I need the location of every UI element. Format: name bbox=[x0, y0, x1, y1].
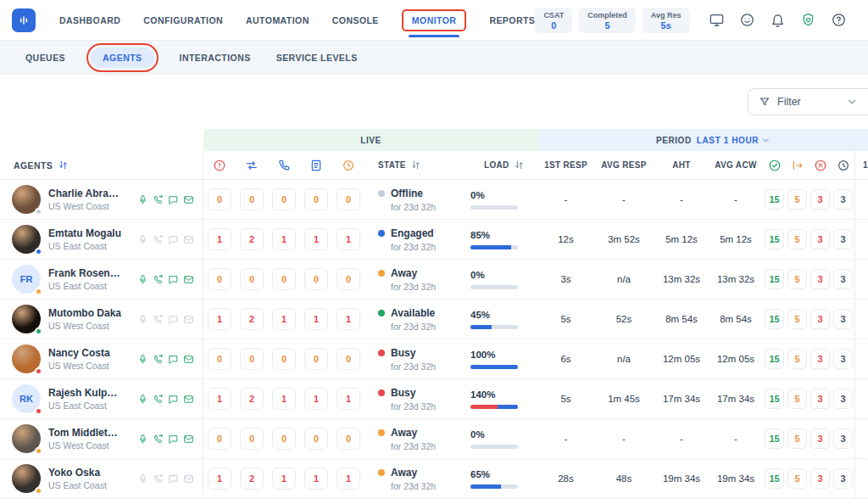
live-count[interactable]: 1 bbox=[337, 468, 360, 490]
nav-item-monitor[interactable]: MONITOR bbox=[402, 9, 467, 31]
sort-icon[interactable] bbox=[410, 160, 421, 171]
agent-row[interactable]: RK Rajesh Kulp… US East Coast 12111 Busy… bbox=[0, 379, 868, 419]
kpi-count[interactable]: 3 bbox=[810, 349, 830, 369]
handoff-column-icon[interactable] bbox=[791, 159, 804, 172]
time-column-icon[interactable] bbox=[837, 159, 850, 172]
call-transfer-icon[interactable] bbox=[153, 194, 164, 205]
agent-row[interactable]: Charlie Abraham US West Coast 00000 Offl… bbox=[0, 180, 868, 220]
tab-agents[interactable]: AGENTS bbox=[91, 48, 153, 68]
kpi-count[interactable]: 5 bbox=[787, 389, 807, 409]
kpi-count[interactable]: 15 bbox=[765, 189, 784, 210]
live-count[interactable]: 1 bbox=[304, 228, 328, 250]
kpi-count[interactable]: 3 bbox=[833, 349, 853, 369]
tab-service-levels[interactable]: SERVICE LEVELS bbox=[276, 53, 358, 63]
live-count[interactable]: 0 bbox=[208, 428, 231, 450]
tab-queues[interactable]: QUEUES bbox=[25, 53, 65, 63]
chat-icon[interactable] bbox=[168, 314, 179, 325]
live-count[interactable]: 2 bbox=[240, 308, 264, 330]
kpi-count[interactable]: 3 bbox=[833, 189, 853, 210]
agent-row[interactable]: Yoko Oska US East Coast 12111 Away for 2… bbox=[0, 459, 868, 499]
kpi-count[interactable]: 3 bbox=[810, 229, 830, 249]
chat-icon[interactable] bbox=[168, 274, 179, 285]
mail-icon[interactable] bbox=[183, 473, 194, 484]
mic-icon[interactable] bbox=[137, 434, 148, 445]
live-count[interactable]: 1 bbox=[272, 388, 296, 410]
call-transfer-icon[interactable] bbox=[153, 234, 164, 245]
missed-column-icon[interactable] bbox=[814, 159, 827, 172]
live-count[interactable]: 1 bbox=[272, 468, 296, 490]
live-count[interactable]: 0 bbox=[337, 428, 360, 450]
live-count[interactable]: 1 bbox=[304, 468, 328, 490]
kpi-count[interactable]: 5 bbox=[787, 349, 807, 369]
mail-icon[interactable] bbox=[183, 354, 194, 365]
call-transfer-icon[interactable] bbox=[153, 314, 164, 325]
kpi-count[interactable]: 15 bbox=[765, 229, 784, 249]
kpi-count[interactable]: 15 bbox=[765, 309, 784, 329]
mail-icon[interactable] bbox=[183, 434, 194, 445]
live-count[interactable]: 0 bbox=[208, 268, 231, 290]
period-range-selector[interactable]: LAST 1 HOUR bbox=[697, 136, 771, 145]
live-count[interactable]: 2 bbox=[240, 388, 264, 410]
kpi-count[interactable]: 3 bbox=[833, 468, 853, 489]
live-count[interactable]: 2 bbox=[240, 468, 264, 490]
load-column-header[interactable]: LOAD bbox=[470, 151, 538, 179]
mic-icon[interactable] bbox=[137, 274, 148, 285]
live-count[interactable]: 1 bbox=[208, 388, 231, 410]
live-count[interactable]: 0 bbox=[337, 268, 360, 290]
mic-icon[interactable] bbox=[137, 473, 148, 484]
chat-icon[interactable] bbox=[168, 434, 179, 445]
live-count[interactable]: 1 bbox=[208, 228, 231, 250]
health-status-icon[interactable] bbox=[795, 7, 822, 34]
kpi-count[interactable]: 5 bbox=[787, 229, 807, 249]
sort-icon[interactable] bbox=[58, 160, 69, 171]
nav-item-configuration[interactable]: CONFIGURATION bbox=[143, 15, 223, 25]
calls-column-icon[interactable] bbox=[277, 159, 291, 172]
mail-icon[interactable] bbox=[183, 394, 194, 405]
kpi-count[interactable]: 3 bbox=[833, 309, 853, 329]
kpi-count[interactable]: 5 bbox=[787, 269, 807, 289]
live-count[interactable]: 1 bbox=[337, 388, 360, 410]
nav-item-console[interactable]: CONSOLE bbox=[332, 15, 379, 25]
kpi-count[interactable]: 3 bbox=[810, 389, 830, 409]
live-count[interactable]: 2 bbox=[240, 228, 264, 250]
live-count[interactable]: 1 bbox=[208, 308, 231, 330]
kpi-count[interactable]: 5 bbox=[787, 428, 807, 449]
agents-column-header[interactable]: AGENTS bbox=[0, 151, 203, 179]
mic-icon[interactable] bbox=[137, 234, 148, 245]
live-count[interactable]: 1 bbox=[272, 308, 296, 330]
notifications-bell-icon[interactable] bbox=[765, 7, 792, 34]
live-count[interactable]: 0 bbox=[337, 348, 360, 370]
live-count[interactable]: 0 bbox=[240, 348, 264, 370]
call-transfer-icon[interactable] bbox=[153, 394, 164, 405]
kpi-count[interactable]: 3 bbox=[833, 269, 853, 289]
kpi-count[interactable]: 5 bbox=[787, 468, 807, 489]
nav-item-dashboard[interactable]: DASHBOARD bbox=[59, 15, 120, 25]
agent-row[interactable]: Emtatu Mogalu US East Coast 12111 Engage… bbox=[0, 220, 868, 260]
kpi-count[interactable]: 15 bbox=[765, 269, 784, 289]
kpi-count[interactable]: 3 bbox=[810, 269, 830, 289]
live-count[interactable]: 1 bbox=[304, 388, 328, 410]
agent-row[interactable]: Tom Middleton… US West Coast 00000 Away … bbox=[0, 419, 868, 459]
filter-control[interactable]: Filter bbox=[748, 88, 868, 115]
mail-icon[interactable] bbox=[183, 314, 194, 325]
transfers-column-icon[interactable] bbox=[245, 159, 259, 172]
mail-icon[interactable] bbox=[183, 274, 194, 285]
agent-row[interactable]: Nancy Costa US West Coast 00000 Busy for… bbox=[0, 339, 868, 379]
kpi-count[interactable]: 5 bbox=[787, 309, 807, 329]
live-count[interactable]: 1 bbox=[337, 308, 360, 330]
live-count[interactable]: 0 bbox=[337, 188, 360, 210]
state-column-header[interactable]: STATE bbox=[364, 151, 470, 179]
live-count[interactable]: 0 bbox=[208, 348, 231, 370]
kpi-count[interactable]: 3 bbox=[833, 229, 853, 249]
mic-icon[interactable] bbox=[137, 314, 148, 325]
agent-row[interactable]: Mutombo Daka US West Coast 12111 Availab… bbox=[0, 300, 868, 339]
live-count[interactable]: 0 bbox=[272, 348, 296, 370]
kpi-count[interactable]: 3 bbox=[833, 428, 853, 449]
kpi-count[interactable]: 15 bbox=[765, 428, 784, 449]
completed-column-icon[interactable] bbox=[768, 159, 782, 172]
live-count[interactable]: 0 bbox=[208, 188, 231, 210]
live-count[interactable]: 0 bbox=[304, 188, 328, 210]
call-transfer-icon[interactable] bbox=[153, 434, 164, 445]
mic-icon[interactable] bbox=[137, 354, 148, 365]
mail-icon[interactable] bbox=[183, 194, 194, 205]
